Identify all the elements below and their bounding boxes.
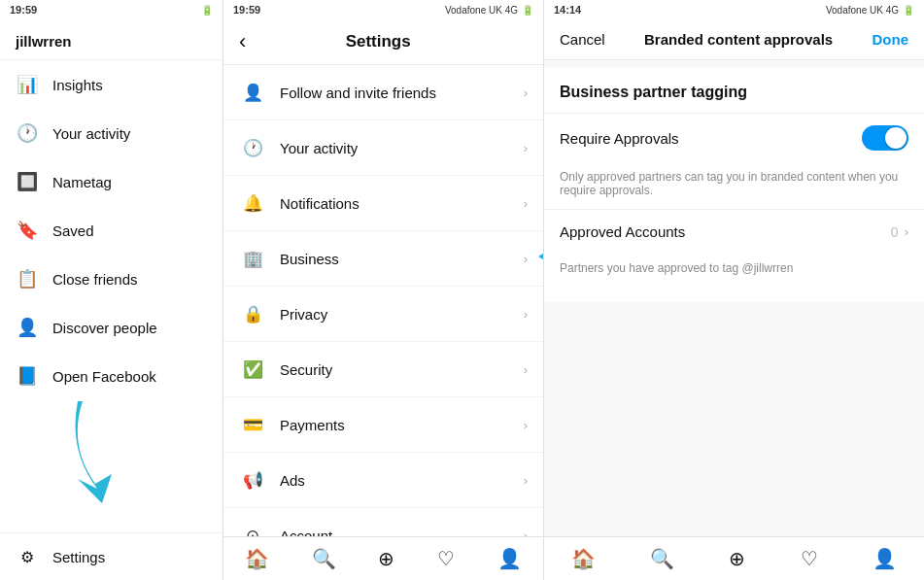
notifications-label: Notifications bbox=[280, 195, 524, 212]
add-nav-p2[interactable]: ⊕ bbox=[378, 547, 394, 570]
done-button[interactable]: Done bbox=[873, 31, 909, 48]
ads-chevron: › bbox=[524, 473, 528, 488]
activity-settings-label: Your activity bbox=[280, 140, 524, 156]
account-icon: ⊙ bbox=[239, 522, 266, 536]
menu-item-saved[interactable]: 🔖 Saved bbox=[0, 206, 222, 255]
ads-label: Ads bbox=[280, 472, 524, 489]
panel1-sidebar: 19:59 🔋 jillwrren 📊 Insights 🕐 Your acti… bbox=[0, 0, 223, 580]
close-friends-label: Close friends bbox=[52, 271, 138, 288]
status-network-p2: Vodafone UK 4G 🔋 bbox=[445, 5, 533, 16]
settings-item-notifications[interactable]: 🔔 Notifications › bbox=[223, 176, 543, 231]
battery-icon-p1: 🔋 bbox=[201, 5, 213, 16]
facebook-label: Open Facebook bbox=[52, 368, 156, 385]
menu-item-activity[interactable]: 🕐 Your activity bbox=[0, 109, 222, 157]
notifications-icon: 🔔 bbox=[239, 189, 266, 217]
network-label-p2: Vodafone UK 4G bbox=[445, 5, 518, 16]
status-icons-p1: 🔋 bbox=[201, 5, 213, 16]
account-label: Account bbox=[280, 528, 524, 537]
security-label: Security bbox=[280, 361, 524, 378]
username-header: jillwrren bbox=[0, 19, 222, 60]
home-nav-p3[interactable]: 🏠 bbox=[571, 547, 596, 570]
account-chevron: › bbox=[524, 529, 528, 537]
notifications-chevron: › bbox=[524, 196, 528, 211]
close-friends-icon: 📋 bbox=[16, 267, 39, 290]
spacer bbox=[544, 302, 924, 536]
menu-item-insights[interactable]: 📊 Insights bbox=[0, 60, 222, 109]
follow-label: Follow and invite friends bbox=[280, 85, 524, 101]
privacy-chevron: › bbox=[524, 307, 528, 322]
activity-settings-icon: 🕐 bbox=[239, 134, 266, 161]
approved-accounts-count: 0 bbox=[891, 224, 899, 240]
settings-item-business[interactable]: 🏢 Business › bbox=[223, 231, 543, 287]
menu-list: 📊 Insights 🕐 Your activity 🔲 Nametag 🔖 S… bbox=[0, 60, 222, 532]
require-approvals-label: Require Approvals bbox=[560, 130, 862, 147]
approved-accounts-label: Approved Accounts bbox=[560, 223, 891, 240]
heart-nav-p2[interactable]: ♡ bbox=[437, 547, 455, 570]
settings-item-follow[interactable]: 👤 Follow and invite friends › bbox=[223, 65, 543, 120]
business-label: Business bbox=[280, 251, 524, 267]
require-approvals-row: Require Approvals bbox=[544, 113, 924, 162]
settings-icon: ⚙ bbox=[16, 545, 39, 568]
battery-icon-p3: 🔋 bbox=[903, 5, 914, 16]
search-nav-p3[interactable]: 🔍 bbox=[650, 547, 674, 570]
insights-label: Insights bbox=[52, 77, 103, 93]
business-chevron: › bbox=[524, 252, 528, 266]
approved-accounts-row[interactable]: Approved Accounts 0 › bbox=[544, 209, 924, 254]
approved-accounts-description: Partners you have approved to tag @jillw… bbox=[544, 254, 924, 287]
saved-icon: 🔖 bbox=[16, 219, 39, 242]
follow-icon: 👤 bbox=[239, 79, 266, 106]
settings-item-privacy[interactable]: 🔒 Privacy › bbox=[223, 287, 543, 342]
panel2-settings: 19:59 Vodafone UK 4G 🔋 ‹ Settings 👤 Foll… bbox=[223, 0, 544, 580]
heart-nav-p3[interactable]: ♡ bbox=[801, 547, 818, 570]
status-icons-p3: Vodafone UK 4G 🔋 bbox=[826, 5, 914, 16]
activity-icon: 🕐 bbox=[16, 121, 39, 145]
settings-title: Settings bbox=[257, 32, 498, 51]
panel3-branded-content: 14:14 Vodafone UK 4G 🔋 Cancel Branded co… bbox=[544, 0, 924, 580]
branded-content-header: Cancel Branded content approvals Done bbox=[544, 19, 924, 60]
search-nav-p2[interactable]: 🔍 bbox=[312, 547, 336, 570]
security-chevron: › bbox=[524, 362, 528, 377]
status-time-p2: 19:59 bbox=[233, 4, 260, 16]
ads-icon: 📢 bbox=[239, 466, 266, 494]
add-nav-p3[interactable]: ⊕ bbox=[729, 547, 745, 570]
discover-icon: 👤 bbox=[16, 316, 39, 339]
security-icon: ✅ bbox=[239, 356, 266, 383]
discover-label: Discover people bbox=[52, 320, 157, 336]
menu-item-close-friends[interactable]: 📋 Close friends bbox=[0, 255, 222, 303]
settings-item-security[interactable]: ✅ Security › bbox=[223, 342, 543, 397]
back-button[interactable]: ‹ bbox=[239, 31, 246, 52]
payments-icon: 💳 bbox=[239, 411, 266, 438]
payments-label: Payments bbox=[280, 417, 524, 433]
status-time-p1: 19:59 bbox=[10, 4, 37, 16]
cancel-button[interactable]: Cancel bbox=[560, 31, 605, 48]
settings-header: ‹ Settings bbox=[223, 19, 543, 65]
branded-content-content: Business partner tagging Require Approva… bbox=[544, 68, 924, 302]
settings-item-activity[interactable]: 🕐 Your activity › bbox=[223, 120, 543, 176]
menu-item-nametag[interactable]: 🔲 Nametag bbox=[0, 157, 222, 206]
settings-item-payments[interactable]: 💳 Payments › bbox=[223, 397, 543, 453]
blue-arrow-left-indicator bbox=[533, 232, 543, 285]
battery-icon-p2: 🔋 bbox=[522, 5, 533, 16]
privacy-icon: 🔒 bbox=[239, 300, 266, 327]
payments-chevron: › bbox=[524, 418, 528, 432]
network-label-p3: Vodafone UK 4G bbox=[826, 5, 899, 16]
menu-item-discover[interactable]: 👤 Discover people bbox=[0, 303, 222, 352]
settings-item-ads[interactable]: 📢 Ads › bbox=[223, 453, 543, 508]
nametag-label: Nametag bbox=[52, 174, 112, 190]
bottom-nav-p2: 🏠 🔍 ⊕ ♡ 👤 bbox=[223, 536, 543, 580]
facebook-icon: 📘 bbox=[16, 364, 39, 388]
insights-icon: 📊 bbox=[16, 73, 39, 96]
profile-nav-p3[interactable]: 👤 bbox=[873, 547, 897, 570]
bottom-nav-p3: 🏠 🔍 ⊕ ♡ 👤 bbox=[544, 536, 924, 580]
home-nav-p2[interactable]: 🏠 bbox=[245, 547, 269, 570]
require-approvals-toggle[interactable] bbox=[862, 125, 908, 151]
settings-label: Settings bbox=[52, 549, 105, 565]
profile-nav-p2[interactable]: 👤 bbox=[497, 547, 522, 570]
settings-item-account[interactable]: ⊙ Account › bbox=[223, 508, 543, 536]
settings-menu-item[interactable]: ⚙ Settings bbox=[0, 532, 222, 580]
settings-list: 👤 Follow and invite friends › 🕐 Your act… bbox=[223, 65, 543, 536]
nametag-icon: 🔲 bbox=[16, 170, 39, 193]
menu-item-facebook[interactable]: 📘 Open Facebook bbox=[0, 352, 222, 400]
activity-label: Your activity bbox=[52, 125, 130, 142]
status-time-p3: 14:14 bbox=[554, 4, 581, 16]
